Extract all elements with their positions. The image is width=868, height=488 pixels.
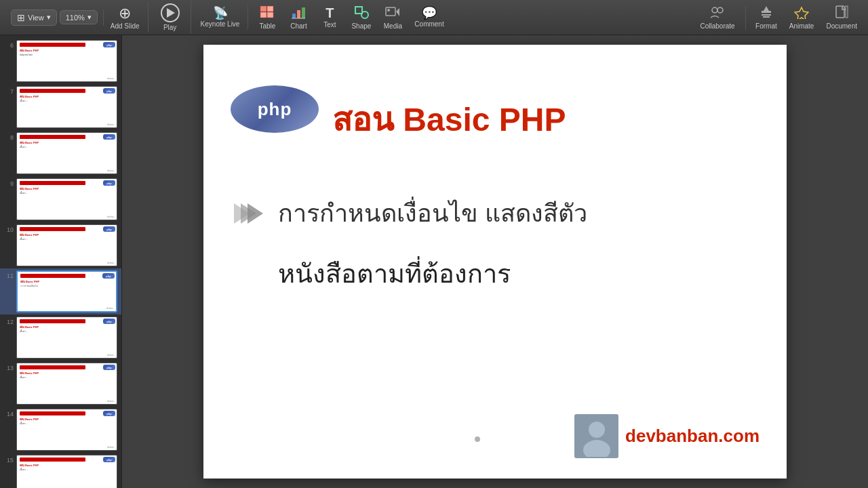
document-icon (834, 5, 849, 21)
comment-icon: 💬 (422, 7, 437, 19)
svg-marker-11 (396, 8, 399, 16)
add-slide-button[interactable]: ⊕ Add Slide (105, 2, 149, 33)
author-area: devbanban.com (574, 414, 760, 458)
cursor (475, 436, 480, 442)
media-label: Media (384, 22, 402, 30)
view-icon: ⊞ (17, 12, 25, 23)
php-logo-text: php (258, 99, 292, 120)
php-logo: php (231, 85, 319, 133)
table-button[interactable]: Table (252, 3, 282, 33)
thumb-logo: php (103, 457, 115, 462)
media-button[interactable]: Media (378, 3, 408, 33)
animate-button[interactable]: Animate (784, 3, 820, 33)
svg-point-12 (387, 9, 390, 12)
svg-marker-24 (248, 203, 263, 224)
svg-marker-16 (764, 6, 769, 11)
svg-rect-2 (260, 12, 267, 18)
svg-point-14 (717, 7, 723, 13)
table-icon (260, 5, 275, 21)
svg-marker-19 (795, 7, 808, 19)
view-chevron-icon: ▾ (47, 13, 51, 22)
text-icon: T (326, 6, 334, 20)
slide-item[interactable]: 9 php สอน Basic PHP เนื้อหา... devban... (0, 176, 121, 222)
format-button[interactable]: Format (750, 3, 783, 33)
view-label: View (28, 14, 44, 22)
slide-item[interactable]: 15 php สอน Basic PHP เนื้อหา... devban..… (0, 453, 121, 488)
zoom-label: 110% (66, 14, 85, 22)
slide-item[interactable]: 10 php สอน Basic PHP เนื้อหา... devban..… (0, 222, 121, 268)
svg-rect-1 (267, 6, 273, 12)
view-zoom-group: ⊞ View ▾ 110% ▾ (5, 9, 104, 26)
content-line1: การกำหนดเงื่อนไข แสดงสีตัว (231, 194, 760, 232)
comment-label: Comment (414, 20, 443, 28)
document-button[interactable]: Document (821, 3, 863, 33)
slide-item[interactable]: 12 php สอน Basic PHP เนื้อหา... devban..… (0, 314, 121, 361)
svg-rect-6 (302, 7, 305, 18)
chart-icon (291, 5, 306, 21)
canvas-area[interactable]: php สอน Basic PHP การกำหนดเงื่อนไข แสดงส… (122, 35, 868, 488)
keynote-live-label: Keynote Live (201, 20, 240, 28)
svg-rect-17 (762, 14, 771, 16)
media-icon (385, 5, 400, 21)
svg-rect-15 (762, 11, 771, 13)
svg-point-13 (712, 7, 717, 13)
collaborate-icon (709, 5, 726, 21)
svg-point-26 (589, 422, 605, 438)
slide-item[interactable]: 7 php สอน Basic PHP เนื้อหา... devban... (0, 84, 121, 130)
chart-button[interactable]: Chart (283, 3, 313, 33)
thumb-logo: php (102, 273, 115, 279)
slide-item[interactable]: 8 php สอน Basic PHP เนื้อหา... devban... (0, 130, 121, 176)
format-label: Format (755, 22, 777, 30)
shape-button[interactable]: Shape (346, 3, 376, 33)
collaborate-button[interactable]: Collaborate (694, 3, 741, 33)
keynote-live-icon: 📡 (213, 7, 228, 19)
play-label: Play (163, 24, 176, 31)
text-button[interactable]: T Text (315, 3, 344, 31)
view-button[interactable]: ⊞ View ▾ (11, 9, 57, 26)
animate-icon (794, 5, 809, 21)
slide-item-active[interactable]: 11 php สอน Basic PHP การกำหนดเงื่อนไข de… (0, 268, 121, 314)
svg-rect-8 (355, 7, 362, 14)
animate-label: Animate (789, 22, 814, 30)
thumb-logo: php (103, 411, 115, 416)
svg-rect-21 (846, 6, 848, 18)
svg-rect-5 (297, 10, 300, 18)
comment-button[interactable]: 💬 Comment (409, 4, 449, 30)
author-photo (574, 414, 618, 458)
main-area: 6 php สอน Basic PHP body text here devba… (0, 35, 868, 488)
format-icon (759, 5, 774, 21)
text-label: Text (323, 21, 336, 28)
svg-rect-18 (763, 16, 770, 18)
svg-rect-3 (267, 12, 273, 18)
svg-point-9 (361, 12, 368, 18)
slide-panel[interactable]: 6 php สอน Basic PHP body text here devba… (0, 35, 122, 488)
zoom-chevron-icon: ▾ (87, 13, 92, 22)
svg-rect-0 (260, 6, 267, 12)
thumb-logo: php (103, 88, 115, 94)
slide-item[interactable]: 13 php สอน Basic PHP เนื้อหา... devban..… (0, 361, 121, 407)
play-icon (161, 3, 180, 22)
svg-rect-10 (386, 7, 395, 16)
play-button[interactable]: Play (153, 1, 191, 34)
table-label: Table (259, 22, 275, 30)
slide-canvas[interactable]: php สอน Basic PHP การกำหนดเงื่อนไข แสดงส… (203, 45, 787, 479)
thumb-logo: php (103, 365, 115, 370)
slide-title[interactable]: สอน Basic PHP (332, 94, 566, 145)
add-slide-label: Add Slide (111, 22, 140, 30)
shape-icon (354, 5, 369, 21)
thumb-logo: php (103, 226, 115, 232)
thumb-logo: php (103, 180, 115, 186)
svg-rect-20 (836, 6, 844, 18)
chart-label: Chart (290, 22, 307, 30)
zoom-button[interactable]: 110% ▾ (60, 10, 98, 24)
right-toolbar-group: Collaborate Format Animate (694, 3, 863, 33)
bullet-arrow-icon (231, 197, 264, 230)
keynote-live-button[interactable]: 📡 Keynote Live (195, 4, 249, 30)
thumb-logo: php (103, 134, 115, 140)
document-label: Document (826, 22, 857, 30)
content-text-line2: หนังสือตามที่ต้องการ (278, 253, 760, 294)
slide-item[interactable]: 6 php สอน Basic PHP body text here devba… (0, 38, 121, 84)
slide-item[interactable]: 14 php สอน Basic PHP เนื้อหา... devban..… (0, 407, 121, 453)
thumb-logo: php (103, 319, 115, 324)
content-text-line1: การกำหนดเงื่อนไข แสดงสีตัว (278, 194, 587, 232)
